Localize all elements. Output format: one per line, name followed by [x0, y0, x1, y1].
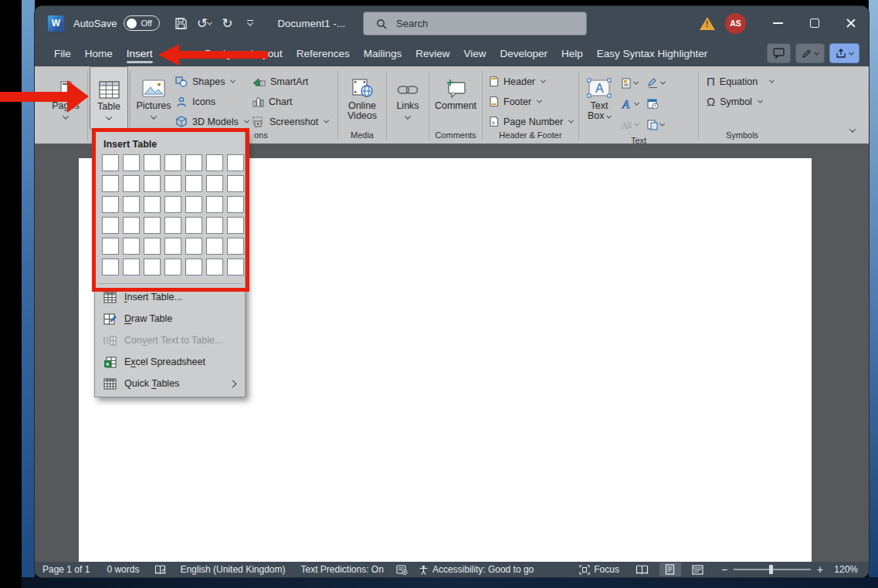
save-button[interactable]: [171, 13, 191, 33]
comments-button[interactable]: [767, 43, 791, 63]
drop-cap-button[interactable]: A: [621, 114, 647, 135]
print-layout-button[interactable]: [659, 563, 681, 576]
group-label-links: [388, 130, 427, 144]
submenu-arrow-icon: [229, 380, 237, 387]
chevron-down-icon: [660, 79, 666, 85]
footer-button[interactable]: Footer: [489, 93, 573, 110]
web-layout-button[interactable]: [687, 563, 709, 576]
header-button[interactable]: Header: [489, 73, 573, 90]
editing-mode-button[interactable]: [795, 43, 825, 63]
share-button[interactable]: [829, 43, 859, 63]
editor-button[interactable]: [396, 565, 408, 575]
tab-developer[interactable]: Developer: [493, 40, 555, 66]
tab-insert[interactable]: Insert: [120, 40, 160, 66]
accessibility-status[interactable]: Accessibility: Good to go: [419, 564, 534, 575]
text-predictions-indicator[interactable]: Text Predictions: On: [301, 564, 384, 575]
chevron-down-icon: [537, 98, 542, 103]
3d-models-label: 3D Models: [192, 117, 239, 127]
zoom-out-button[interactable]: −: [721, 563, 727, 576]
date-time-icon: [647, 98, 659, 110]
3d-models-button[interactable]: 3D Models: [175, 113, 249, 130]
group-separator: [578, 71, 579, 140]
new-comment-icon: [444, 79, 467, 99]
minimize-button[interactable]: [760, 8, 796, 39]
zoom-level[interactable]: 120%: [834, 564, 858, 575]
close-button[interactable]: [832, 8, 869, 39]
pencil-icon: [802, 49, 812, 59]
proofing-book-icon: [154, 565, 166, 575]
icons-label: Icons: [192, 96, 215, 107]
smartart-label: SmartArt: [270, 76, 308, 87]
tab-review[interactable]: Review: [408, 40, 456, 66]
focus-button[interactable]: Focus: [579, 564, 619, 575]
zoom-in-button[interactable]: +: [817, 563, 823, 576]
text-box-icon: A: [586, 78, 612, 99]
maximize-button[interactable]: [796, 8, 832, 39]
pictures-button[interactable]: Pictures: [132, 66, 175, 130]
tab-easy-syntax-highlighter[interactable]: Easy Syntax Highlighter: [590, 40, 714, 66]
search-box[interactable]: Search: [363, 12, 587, 35]
text-box-button[interactable]: A Text Box: [581, 66, 618, 135]
signature-line-button[interactable]: [647, 73, 673, 93]
warning-icon[interactable]: !: [700, 17, 715, 30]
footer-label: Footer: [503, 96, 531, 107]
close-icon: [846, 18, 856, 29]
tab-references[interactable]: References: [290, 40, 357, 66]
maximize-icon: [810, 19, 819, 28]
focus-label: Focus: [594, 564, 619, 575]
chevron-down-icon: [849, 126, 856, 132]
tab-help[interactable]: Help: [554, 40, 590, 66]
menu-item-quick-tables[interactable]: Quick Tables: [95, 373, 245, 394]
symbol-button[interactable]: Ω Symbol: [707, 93, 774, 110]
page-number-button[interactable]: # Page Number: [489, 113, 573, 130]
wordart-button[interactable]: A: [621, 93, 647, 114]
avatar[interactable]: AS: [725, 13, 746, 34]
read-mode-button[interactable]: [632, 563, 653, 576]
redo-button[interactable]: ↻: [217, 13, 237, 33]
online-videos-label: Online Videos: [347, 101, 377, 121]
smartart-button[interactable]: SmartArt: [253, 73, 328, 90]
undo-button[interactable]: ↺: [194, 13, 214, 33]
quick-parts-button[interactable]: [621, 73, 647, 93]
menu-item-excel-spreadsheet[interactable]: x Excel Spreadsheet: [95, 351, 245, 373]
tab-home[interactable]: Home: [78, 40, 120, 66]
object-button[interactable]: [647, 114, 673, 135]
comment-label: Comment: [435, 101, 476, 111]
shapes-button[interactable]: Shapes: [175, 73, 249, 90]
page-number-icon: #: [489, 116, 499, 127]
online-videos-button[interactable]: Online Videos: [340, 66, 385, 130]
tab-mailings[interactable]: Mailings: [357, 40, 409, 66]
word-count[interactable]: 0 words: [107, 564, 139, 575]
collapse-ribbon-button[interactable]: [850, 122, 855, 136]
comment-button[interactable]: Comment: [431, 66, 480, 130]
screenshot-label: Screenshot: [270, 117, 318, 127]
proofing-errors-button[interactable]: [154, 565, 166, 575]
icons-button[interactable]: Icons: [175, 93, 249, 110]
arrow-tail: [178, 51, 268, 59]
customize-qat-button[interactable]: [240, 13, 260, 33]
menu-item-draw-table[interactable]: Draw Table: [95, 308, 245, 329]
print-layout-icon: [665, 564, 675, 575]
zoom-slider[interactable]: [734, 569, 811, 570]
menu-item-convert-text-to-table[interactable]: Convert Text to Table...: [95, 329, 245, 351]
page-indicator[interactable]: Page 1 of 1: [42, 564, 90, 575]
tab-view[interactable]: View: [456, 40, 493, 66]
status-bar: Page 1 of 1 0 words English (United King…: [35, 562, 869, 577]
table-button[interactable]: Table: [90, 66, 128, 130]
autosave-toggle[interactable]: Off: [124, 15, 160, 31]
tab-file[interactable]: File: [47, 40, 78, 66]
language-indicator[interactable]: English (United Kingdom): [180, 564, 285, 575]
screenshot-button[interactable]: Screenshot: [253, 113, 328, 130]
zoom-slider-thumb[interactable]: [769, 565, 773, 574]
date-time-button[interactable]: [647, 93, 673, 114]
pictures-label: Pictures: [136, 101, 171, 111]
footer-icon: [489, 96, 499, 107]
shapes-label: Shapes: [192, 76, 225, 87]
save-icon: [175, 17, 188, 30]
equation-button[interactable]: Π Equation: [707, 73, 774, 90]
symbol-icon: Ω: [707, 96, 715, 107]
chart-button[interactable]: Chart: [253, 93, 328, 110]
links-button[interactable]: Links: [388, 66, 427, 130]
group-separator: [337, 71, 338, 140]
arrow-head-icon: [67, 80, 89, 113]
